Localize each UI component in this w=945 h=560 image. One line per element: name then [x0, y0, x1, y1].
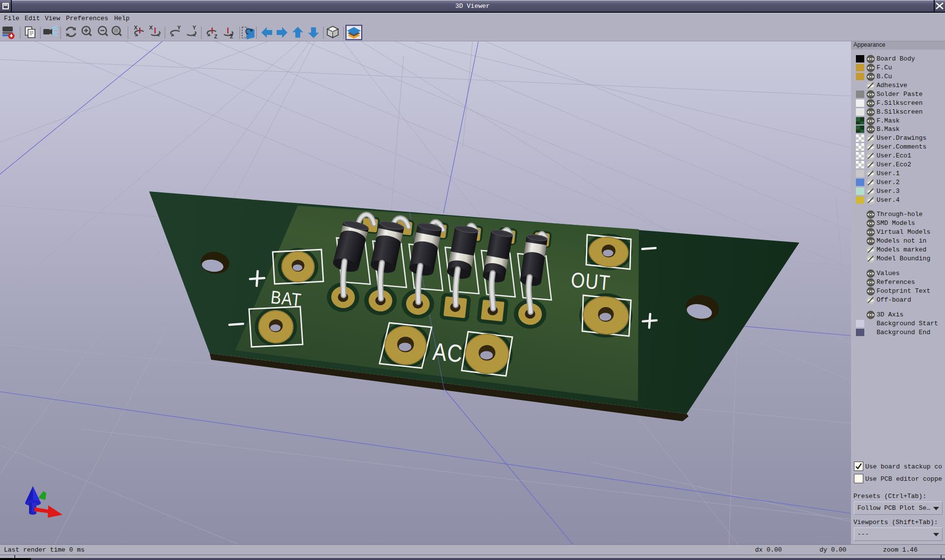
svg-text:BAT: BAT — [270, 287, 303, 310]
svg-text:OUT: OUT — [570, 268, 611, 294]
svg-text:Z: Z — [214, 33, 218, 39]
svg-text:AC: AC — [432, 338, 464, 368]
svg-text:X: X — [134, 25, 138, 31]
svg-text:Y: Y — [177, 25, 181, 31]
svg-text:X: X — [149, 25, 153, 31]
svg-text:Y: Y — [192, 25, 196, 31]
svg-text:Z: Z — [230, 33, 233, 39]
